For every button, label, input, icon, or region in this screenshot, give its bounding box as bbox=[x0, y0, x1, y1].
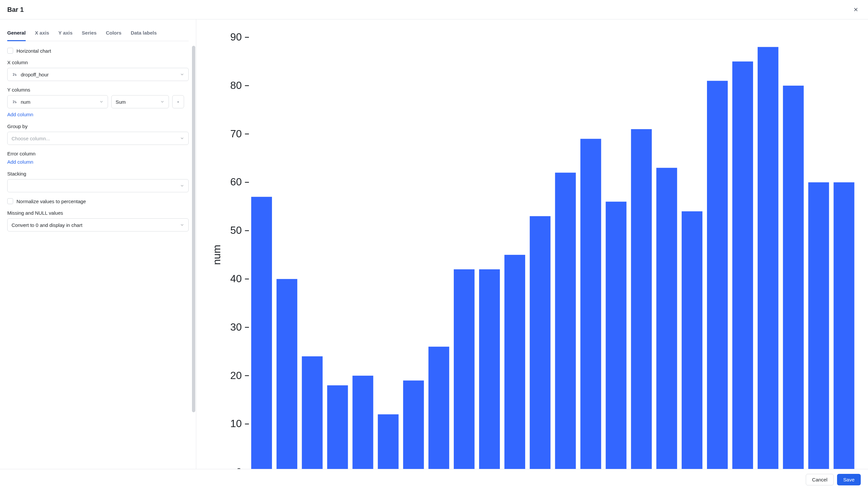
chart-area: 010203040506070809005101520dropoff_hourn… bbox=[208, 29, 861, 469]
chevron-down-icon bbox=[180, 223, 184, 227]
svg-text:70: 70 bbox=[230, 128, 242, 140]
chevron-down-icon bbox=[99, 99, 104, 104]
svg-text:40: 40 bbox=[230, 273, 242, 284]
svg-rect-21 bbox=[277, 279, 297, 469]
svg-rect-32 bbox=[555, 173, 576, 469]
config-panel: General X axis Y axis Series Colors Data… bbox=[0, 20, 196, 469]
dialog-title: Bar 1 bbox=[7, 6, 24, 13]
normalize-checkbox[interactable] bbox=[7, 198, 13, 204]
tab-data-labels[interactable]: Data labels bbox=[131, 27, 157, 41]
chart-preview-panel: 010203040506070809005101520dropoff_hourn… bbox=[196, 20, 868, 469]
group-by-select[interactable]: Choose column... bbox=[7, 132, 189, 145]
tab-general[interactable]: General bbox=[7, 27, 26, 41]
svg-rect-36 bbox=[656, 168, 677, 469]
svg-rect-38 bbox=[707, 81, 728, 469]
svg-rect-23 bbox=[327, 385, 348, 469]
group-by-label: Group by bbox=[7, 123, 189, 129]
svg-rect-31 bbox=[530, 216, 551, 469]
svg-rect-40 bbox=[758, 47, 778, 469]
y-agg-select[interactable]: Sum bbox=[111, 95, 169, 108]
horizontal-chart-label: Horizontal chart bbox=[17, 48, 51, 54]
svg-text:num: num bbox=[211, 245, 223, 265]
stacking-select[interactable] bbox=[7, 179, 189, 192]
svg-rect-39 bbox=[732, 62, 753, 469]
config-panel-wrap: General X axis Y axis Series Colors Data… bbox=[0, 20, 196, 469]
tab-x-axis[interactable]: X axis bbox=[35, 27, 49, 41]
tab-y-axis[interactable]: Y axis bbox=[58, 27, 72, 41]
chevron-down-icon bbox=[180, 136, 184, 141]
svg-rect-25 bbox=[378, 414, 398, 469]
missing-values-select[interactable]: Convert to 0 and display in chart bbox=[7, 218, 189, 232]
dialog-header: Bar 1 bbox=[0, 0, 868, 20]
config-tabs: General X axis Y axis Series Colors Data… bbox=[7, 27, 189, 41]
missing-values-value: Convert to 0 and display in chart bbox=[11, 222, 82, 228]
horizontal-chart-checkbox[interactable] bbox=[7, 48, 13, 54]
horizontal-chart-row: Horizontal chart bbox=[7, 48, 189, 54]
y-column-row: 1²₃ num Sum - bbox=[7, 95, 189, 108]
svg-rect-26 bbox=[403, 380, 424, 469]
svg-text:10: 10 bbox=[230, 418, 242, 429]
normalize-label: Normalize values to percentage bbox=[17, 198, 86, 204]
missing-values-label: Missing and NULL values bbox=[7, 210, 189, 216]
scrollbar-thumb[interactable] bbox=[192, 46, 195, 412]
svg-rect-42 bbox=[808, 182, 829, 469]
svg-text:80: 80 bbox=[230, 79, 242, 91]
add-error-column-link[interactable]: Add column bbox=[7, 159, 33, 165]
svg-rect-22 bbox=[302, 356, 323, 469]
number-type-icon: 1²₃ bbox=[11, 100, 18, 104]
dialog-footer: Cancel Save bbox=[0, 469, 868, 490]
svg-rect-41 bbox=[783, 86, 804, 469]
x-column-label: X column bbox=[7, 60, 189, 65]
stacking-label: Stacking bbox=[7, 171, 189, 177]
normalize-row: Normalize values to percentage bbox=[7, 198, 189, 204]
svg-text:0: 0 bbox=[236, 466, 242, 469]
remove-y-column-label: - bbox=[177, 98, 179, 105]
y-columns-label: Y columns bbox=[7, 87, 189, 93]
error-column-label: Error column bbox=[7, 151, 189, 156]
chevron-down-icon bbox=[160, 99, 165, 104]
number-type-icon: 1²₃ bbox=[11, 73, 18, 76]
svg-rect-24 bbox=[352, 376, 373, 469]
remove-y-column-button[interactable]: - bbox=[172, 95, 184, 108]
svg-rect-30 bbox=[504, 255, 525, 469]
scrollbar-vertical[interactable] bbox=[192, 46, 195, 462]
chevron-down-icon bbox=[180, 72, 184, 77]
svg-rect-29 bbox=[479, 269, 500, 469]
svg-rect-34 bbox=[606, 202, 626, 469]
bar-chart: 010203040506070809005101520dropoff_hourn… bbox=[208, 29, 861, 469]
tab-colors[interactable]: Colors bbox=[106, 27, 122, 41]
close-button[interactable] bbox=[851, 5, 861, 14]
close-icon bbox=[853, 7, 859, 12]
svg-rect-33 bbox=[581, 139, 601, 469]
tab-series[interactable]: Series bbox=[82, 27, 96, 41]
y-column-value: num bbox=[21, 99, 30, 105]
x-column-select[interactable]: 1²₃ dropoff_hour bbox=[7, 68, 189, 81]
chevron-down-icon bbox=[180, 183, 184, 188]
svg-text:30: 30 bbox=[230, 321, 242, 333]
svg-rect-20 bbox=[251, 197, 272, 469]
svg-rect-35 bbox=[631, 129, 652, 469]
svg-text:60: 60 bbox=[230, 176, 242, 188]
svg-text:50: 50 bbox=[230, 224, 242, 236]
y-agg-value: Sum bbox=[116, 99, 126, 105]
cancel-button[interactable]: Cancel bbox=[806, 474, 834, 485]
group-by-placeholder: Choose column... bbox=[11, 136, 50, 141]
svg-rect-28 bbox=[454, 269, 474, 469]
svg-rect-37 bbox=[682, 211, 702, 469]
add-y-column-link[interactable]: Add column bbox=[7, 112, 33, 117]
y-column-select[interactable]: 1²₃ num bbox=[7, 95, 108, 108]
svg-rect-43 bbox=[833, 182, 854, 469]
svg-text:90: 90 bbox=[230, 31, 242, 43]
x-column-value: dropoff_hour bbox=[21, 72, 49, 78]
dialog-body: General X axis Y axis Series Colors Data… bbox=[0, 20, 868, 469]
save-button[interactable]: Save bbox=[837, 474, 861, 485]
svg-text:20: 20 bbox=[230, 369, 242, 381]
svg-rect-27 bbox=[428, 347, 449, 469]
